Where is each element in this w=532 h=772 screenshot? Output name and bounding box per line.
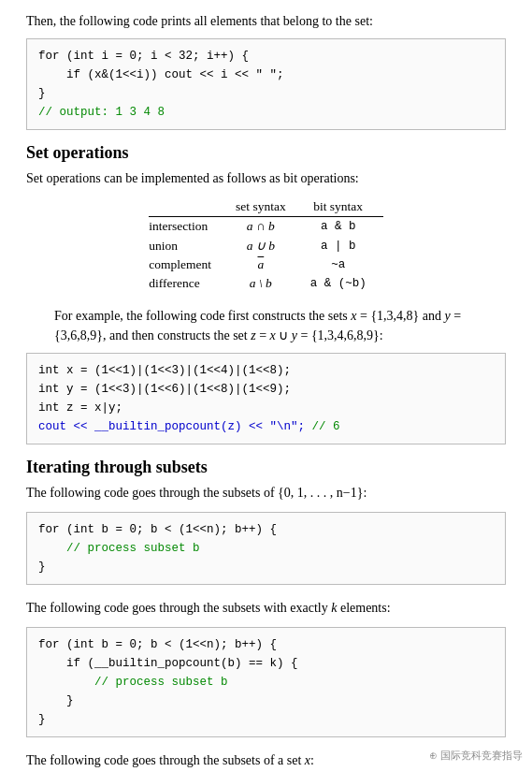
set-syn: a ∪ b bbox=[228, 236, 303, 255]
code4-line1: for (int b = 0; b < (1<<n); b++) { bbox=[38, 638, 277, 651]
op-name: complement bbox=[149, 255, 228, 274]
code1-comment: // output: 1 3 4 8 bbox=[38, 106, 165, 119]
code2-line4: cout << __builtin_popcount(z) << "\n"; /… bbox=[38, 420, 340, 433]
op-name: intersection bbox=[149, 217, 228, 237]
code-block-2: int x = (1<<1)|(1<<3)|(1<<4)|(1<<8); int… bbox=[26, 353, 506, 444]
code4-line4: } bbox=[38, 694, 74, 707]
table-row: complement a ~a bbox=[149, 255, 382, 274]
op-name: union bbox=[149, 236, 228, 255]
table-header-bit: bit syntax bbox=[303, 197, 383, 217]
code-block-4: for (int b = 0; b < (1<<n); b++) { if (_… bbox=[26, 627, 506, 737]
example-text-code2: For example, the following code first co… bbox=[54, 306, 506, 345]
code-block-3: for (int b = 0; b < (1<<n); b++) { // pr… bbox=[26, 512, 506, 585]
bit-syn: a & b bbox=[303, 217, 383, 237]
set-ops-table: set syntax bit syntax intersection a ∩ b… bbox=[149, 197, 382, 293]
code4-line5: } bbox=[38, 713, 46, 726]
code2-lines: int x = (1<<1)|(1<<3)|(1<<4)|(1<<8); int… bbox=[38, 364, 291, 415]
table-header-op bbox=[149, 197, 228, 217]
bit-syn: ~a bbox=[303, 255, 383, 274]
bit-syn: a & (~b) bbox=[303, 274, 383, 293]
code-block-1: for (int i = 0; i < 32; i++) { if (x&(1<… bbox=[26, 38, 506, 130]
op-name: difference bbox=[149, 274, 228, 293]
section-title-set-ops: Set operations bbox=[26, 143, 506, 163]
code4-comment: // process subset b bbox=[38, 676, 228, 689]
table-row: intersection a ∩ b a & b bbox=[149, 217, 382, 237]
section-desc-set-ops: Set operations can be implemented as fol… bbox=[26, 168, 506, 188]
set-syn: a bbox=[228, 255, 303, 274]
section-desc-subsets-1: The following code goes through the subs… bbox=[26, 483, 506, 503]
table-row: union a ∪ b a | b bbox=[149, 236, 382, 255]
code1-line1: for (int i = 0; i < 32; i++) { if (x&(1<… bbox=[38, 50, 284, 100]
bit-syn: a | b bbox=[303, 236, 383, 255]
section-title-subsets: Iterating through subsets bbox=[26, 458, 506, 477]
intro-text: Then, the following code prints all elem… bbox=[26, 11, 506, 31]
table-header-set: set syntax bbox=[228, 197, 303, 217]
set-syn: a \ b bbox=[228, 274, 303, 293]
watermark: ⊕ 国际竞科竞赛指导 bbox=[429, 749, 523, 763]
code3-line1: for (int b = 0; b < (1<<n); b++) { bbox=[38, 523, 277, 536]
set-syn: a ∩ b bbox=[228, 217, 303, 237]
table-row: difference a \ b a & (~b) bbox=[149, 274, 382, 293]
code3-line3: } bbox=[38, 561, 46, 574]
section-desc-subsets-2: The following code goes through the subs… bbox=[26, 598, 506, 618]
code4-line2: if (__builtin_popcount(b) == k) { bbox=[38, 657, 298, 670]
code3-comment: // process subset b bbox=[38, 542, 200, 555]
